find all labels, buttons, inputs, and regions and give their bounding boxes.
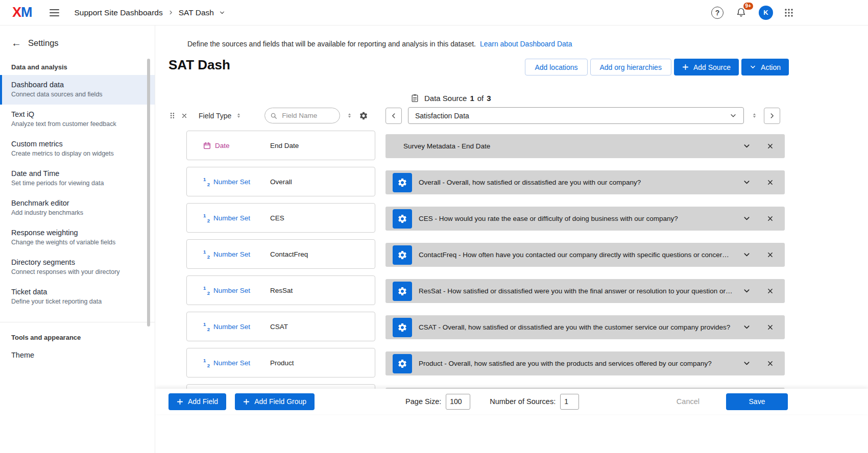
field-name: End Date — [270, 142, 299, 149]
field-type-cell: Number Set — [187, 359, 270, 367]
save-button[interactable]: Save — [726, 393, 788, 410]
field-card-end-date[interactable]: Date End Date — [186, 131, 375, 160]
field-settings-icon[interactable] — [393, 173, 412, 192]
field-settings-icon[interactable] — [393, 245, 412, 265]
cancel-button[interactable]: Cancel — [677, 397, 700, 406]
sidebar-item-subtitle: Analyze text from customer feedback — [11, 120, 144, 128]
apps-grid-icon[interactable] — [784, 8, 793, 17]
field-name-search-input[interactable] — [281, 111, 332, 120]
remove-mapping-icon[interactable] — [765, 359, 775, 368]
remove-mapping-icon[interactable] — [765, 178, 775, 187]
mapping-row-contactfreq[interactable]: ContactFreq - How often have you contact… — [385, 243, 785, 267]
field-settings-icon[interactable] — [393, 318, 412, 337]
page-size-input[interactable] — [446, 394, 470, 410]
remove-mapping-icon[interactable] — [765, 141, 775, 151]
avatar[interactable]: K — [759, 6, 773, 20]
sidebar-item-response-weighting[interactable]: Response weighting Change the weights of… — [0, 223, 155, 253]
number-of-sources-input[interactable] — [560, 394, 579, 410]
mapping-row-ressat[interactable]: ResSat - How satisfied or dissatisfied w… — [385, 279, 785, 303]
sidebar-item-title: Benchmark editor — [11, 199, 144, 207]
prev-source-button[interactable] — [385, 108, 402, 124]
field-settings-icon[interactable] — [393, 354, 412, 373]
chevron-down-icon[interactable] — [219, 10, 225, 16]
chevron-down-icon[interactable] — [741, 177, 752, 188]
field-card-csat[interactable]: Number Set CSAT — [186, 312, 375, 341]
sidebar-item-title: Text iQ — [11, 110, 144, 118]
sidebar-item-dashboard-data[interactable]: Dashboard data Connect data sources and … — [0, 75, 155, 105]
mapping-row-ces[interactable]: CES - How would you rate the ease or dif… — [385, 207, 785, 231]
notifications-icon[interactable]: 9+ — [735, 6, 748, 19]
field-name: CES — [270, 214, 284, 222]
mapping-row-overall[interactable]: Overall - Overall, how satisfied or diss… — [385, 170, 785, 194]
sidebar-heading-data-and-analysis: Data and analysis — [0, 63, 155, 71]
chevron-down-icon[interactable] — [741, 249, 752, 260]
help-icon[interactable]: ? — [711, 7, 724, 19]
field-settings-icon[interactable] — [393, 209, 412, 229]
sidebar-item-directory-segments[interactable]: Directory segments Connect responses wit… — [0, 253, 155, 282]
chevron-down-icon[interactable] — [741, 286, 752, 296]
field-card-ressat[interactable]: Number Set ResSat — [186, 275, 375, 305]
sidebar-item-title: Response weighting — [11, 229, 144, 237]
sidebar-scrollbar[interactable] — [147, 59, 150, 326]
field-card-ces[interactable]: Number Set CES — [186, 203, 375, 233]
add-field-button[interactable]: Add Field — [168, 393, 226, 410]
learn-about-dashboard-data-link[interactable]: Learn about Dashboard Data — [480, 40, 572, 48]
field-name: Overall — [270, 178, 292, 186]
chevron-down-icon[interactable] — [741, 322, 752, 333]
plus-icon — [682, 64, 689, 70]
breadcrumb-root[interactable]: Support Site Dashboards — [75, 8, 163, 17]
mapping-row-end-date[interactable]: Survey Metadata - End Date — [385, 134, 785, 158]
remove-mapping-icon[interactable] — [765, 322, 775, 332]
field-settings-icon[interactable] — [393, 282, 412, 301]
back-arrow-icon[interactable]: ← — [11, 38, 21, 48]
field-card-product[interactable]: Number Set Product — [186, 348, 375, 377]
field-card-overall[interactable]: Number Set Overall — [186, 167, 375, 196]
sidebar-item-ticket-data[interactable]: Ticket data Define your ticket reporting… — [0, 282, 155, 312]
next-source-button[interactable] — [764, 108, 780, 124]
sidebar-item-benchmark-editor[interactable]: Benchmark editor Add industry benchmarks — [0, 193, 155, 223]
field-type-sort-icon[interactable] — [235, 112, 242, 119]
xm-logo[interactable]: XM — [12, 5, 32, 20]
add-org-hierarchies-button[interactable]: Add org hierarchies — [590, 59, 671, 76]
action-button[interactable]: Action — [741, 59, 789, 76]
field-list: Date End Date Number Set Overall Number … — [186, 131, 375, 389]
logo-m: M — [21, 5, 32, 20]
menu-icon[interactable] — [47, 7, 61, 18]
logo-x: X — [12, 5, 21, 20]
footer-bar: Add Field Add Field Group Page Size: Num… — [155, 389, 868, 414]
breadcrumb-current[interactable]: SAT Dash — [179, 8, 214, 17]
chevron-down-icon[interactable] — [741, 141, 752, 152]
sidebar-item-date-and-time[interactable]: Date and Time Set time periods for viewi… — [0, 164, 155, 193]
field-card-partial[interactable] — [186, 384, 375, 389]
notification-badge: 9+ — [743, 3, 753, 10]
field-name: ContactFreq — [270, 250, 308, 258]
chevron-down-icon[interactable] — [741, 358, 752, 369]
data-source-select[interactable]: Satisfaction Data — [408, 107, 744, 124]
number-of-sources-label: Number of Sources: — [490, 397, 556, 406]
sidebar-item-custom-metrics[interactable]: Custom metrics Create metrics to display… — [0, 134, 155, 164]
remove-mapping-icon[interactable] — [765, 250, 775, 260]
sidebar-item-theme[interactable]: Theme — [0, 345, 155, 368]
data-source-header: Data Source 1 of 3 — [411, 94, 491, 103]
settings-back[interactable]: ← Settings — [0, 26, 155, 48]
number-set-icon — [203, 214, 209, 222]
add-source-button[interactable]: Add Source — [674, 59, 739, 76]
add-locations-button[interactable]: Add locations — [525, 59, 587, 76]
sidebar-item-title: Dashboard data — [11, 81, 144, 89]
sidebar-divider — [0, 322, 155, 322]
mapping-row-product[interactable]: Product - Overall, how satisfied are you… — [385, 351, 785, 375]
drag-handle-icon[interactable] — [168, 112, 176, 119]
add-field-group-button[interactable]: Add Field Group — [235, 393, 315, 410]
mapping-row-csat[interactable]: CSAT - Overall, how satisfied or dissati… — [385, 315, 785, 339]
close-icon[interactable] — [181, 113, 187, 119]
clipboard-icon — [411, 94, 419, 103]
field-settings-gear-icon[interactable] — [359, 111, 368, 120]
source-sort-icon[interactable] — [751, 112, 758, 119]
sidebar-item-text-iq[interactable]: Text iQ Analyze text from customer feedb… — [0, 105, 155, 134]
remove-mapping-icon[interactable] — [765, 214, 775, 223]
field-name-search[interactable] — [264, 108, 340, 123]
chevron-down-icon[interactable] — [741, 213, 752, 224]
remove-mapping-icon[interactable] — [765, 286, 775, 296]
field-card-contactfreq[interactable]: Number Set ContactFreq — [186, 239, 375, 269]
field-name-sort-icon[interactable] — [346, 112, 353, 119]
